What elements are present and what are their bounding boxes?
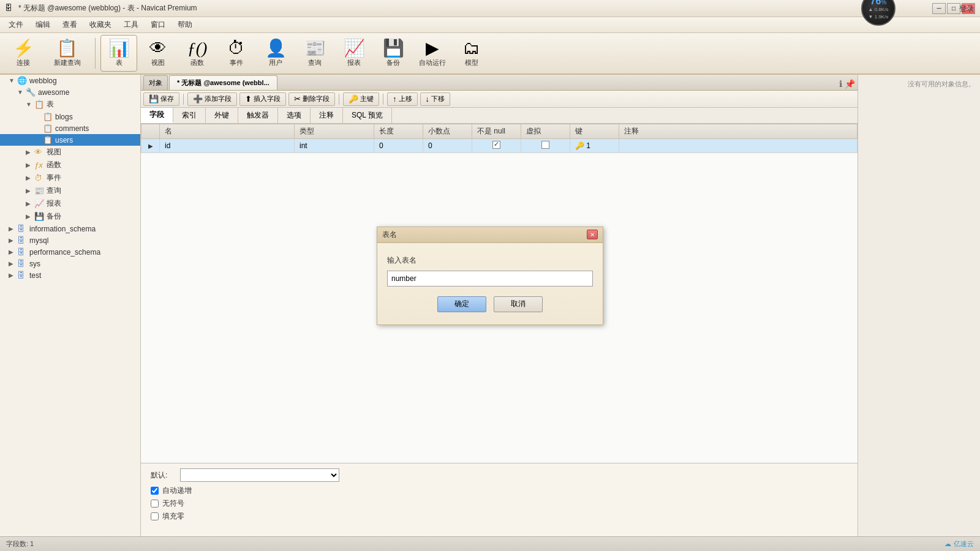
- dialog-cancel-button[interactable]: 取消: [494, 296, 543, 312]
- dialog-title-bar: 表名 ✕: [377, 227, 603, 243]
- dialog-close-button[interactable]: ✕: [587, 230, 598, 239]
- table-name-dialog: 表名 ✕ 输入表名 确定 取消: [377, 227, 603, 325]
- dialog-input-label: 输入表名: [387, 255, 593, 266]
- dialog-buttons: 确定 取消: [387, 296, 593, 312]
- dialog-body: 输入表名 确定 取消: [377, 243, 603, 324]
- table-name-input[interactable]: [387, 271, 593, 287]
- dialog-title: 表名: [382, 230, 587, 240]
- dialog-overlay: 表名 ✕ 输入表名 确定 取消: [0, 0, 980, 551]
- dialog-confirm-button[interactable]: 确定: [437, 296, 486, 312]
